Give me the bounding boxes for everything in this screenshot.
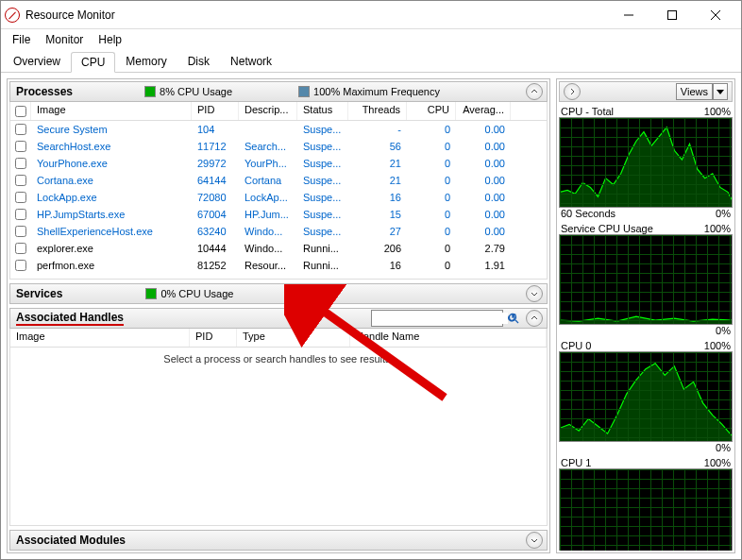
table-row[interactable]: HP.JumpStarts.exe67004HP.Jum... Suspe...… bbox=[10, 206, 547, 223]
close-button[interactable] bbox=[694, 1, 737, 29]
titlebar: Resource Monitor bbox=[1, 1, 741, 29]
max-freq-label: 100% Maximum Frequency bbox=[313, 86, 440, 97]
cpu-usage-label: 8% CPU Usage bbox=[160, 86, 232, 97]
handles-body: Select a process or search handles to se… bbox=[9, 348, 548, 526]
row-checkbox[interactable] bbox=[15, 158, 26, 169]
cpu-usage-icon bbox=[144, 86, 156, 97]
maximize-button[interactable] bbox=[650, 1, 694, 29]
row-checkbox[interactable] bbox=[15, 209, 26, 220]
services-title: Services bbox=[10, 287, 68, 300]
table-row[interactable]: perfmon.exe81252Resour... Runni...1601.9… bbox=[10, 257, 547, 274]
tab-memory[interactable]: Memory bbox=[115, 51, 177, 72]
tab-disk[interactable]: Disk bbox=[177, 51, 220, 72]
tab-network[interactable]: Network bbox=[220, 51, 282, 72]
col-status[interactable]: Status bbox=[297, 102, 348, 120]
collapse-icon[interactable] bbox=[526, 83, 543, 100]
table-row[interactable]: explorer.exe10444Windo... Runni...20602.… bbox=[10, 240, 547, 257]
processes-title: Processes bbox=[10, 85, 78, 98]
menu-help[interactable]: Help bbox=[93, 31, 127, 48]
col-average[interactable]: Averag... bbox=[456, 102, 511, 120]
graph-cpu-0: CPU 0100% 0% bbox=[559, 340, 733, 453]
col-image[interactable]: Image bbox=[31, 102, 192, 120]
table-row[interactable]: LockApp.exe72080LockAp... Suspe...1600.0… bbox=[10, 189, 547, 206]
handles-hint: Select a process or search handles to se… bbox=[10, 348, 547, 370]
minimize-button[interactable] bbox=[607, 1, 650, 29]
row-checkbox[interactable] bbox=[15, 175, 26, 186]
modules-title: Associated Modules bbox=[10, 534, 131, 547]
expand-icon[interactable] bbox=[526, 285, 543, 302]
col-handle-name[interactable]: Handle Name bbox=[350, 329, 547, 347]
window-title: Resource Monitor bbox=[25, 8, 607, 22]
row-checkbox[interactable] bbox=[15, 260, 26, 271]
graph-cpu-1: CPU 1100% 0% bbox=[559, 457, 733, 551]
collapse-graphs-icon[interactable] bbox=[564, 83, 581, 100]
max-freq-icon bbox=[298, 86, 310, 97]
svg-rect-1 bbox=[668, 10, 677, 19]
table-row[interactable]: ShellExperienceHost.exe63240Windo... Sus… bbox=[10, 223, 547, 240]
col-pid[interactable]: PID bbox=[190, 329, 237, 347]
col-description[interactable]: Descrip... bbox=[239, 102, 297, 120]
table-row[interactable]: SearchHost.exe11712Search... Suspe...560… bbox=[10, 138, 547, 155]
row-checkbox[interactable] bbox=[15, 141, 26, 152]
row-checkbox[interactable] bbox=[15, 124, 26, 135]
graph-service-cpu-usage: Service CPU Usage100% 0% bbox=[559, 223, 733, 336]
tab-cpu[interactable]: CPU bbox=[71, 52, 115, 73]
row-checkbox[interactable] bbox=[15, 192, 26, 203]
col-type[interactable]: Type bbox=[237, 329, 350, 347]
svg-marker-6 bbox=[717, 90, 724, 94]
handles-search[interactable] bbox=[371, 310, 503, 327]
col-pid[interactable]: PID bbox=[192, 102, 239, 120]
graphs-header: Views bbox=[559, 81, 733, 102]
handles-columns: Image PID Type Handle Name bbox=[9, 329, 548, 348]
svc-cpu-label: 0% CPU Usage bbox=[160, 288, 233, 299]
graphs-container: CPU - Total100% 60 Seconds0%Service CPU … bbox=[559, 102, 733, 551]
table-row[interactable]: YourPhone.exe29972YourPh... Suspe...2100… bbox=[10, 155, 547, 172]
collapse-icon[interactable] bbox=[526, 310, 543, 327]
handles-search-input[interactable] bbox=[372, 313, 508, 324]
graph-cpu-total: CPU - Total100% 60 Seconds0% bbox=[559, 106, 733, 219]
tab-overview[interactable]: Overview bbox=[3, 51, 71, 72]
svc-cpu-icon bbox=[145, 288, 157, 299]
expand-icon[interactable] bbox=[526, 532, 543, 549]
processes-columns: Image PID Descrip... Status Threads CPU … bbox=[9, 102, 548, 121]
handles-title: Associated Handles bbox=[16, 311, 124, 326]
col-threads[interactable]: Threads bbox=[348, 102, 407, 120]
handles-header[interactable]: Associated Handles ↺ bbox=[9, 308, 548, 329]
table-row[interactable]: Cortana.exe64144Cortana Suspe...2100.00 bbox=[10, 172, 547, 189]
row-checkbox[interactable] bbox=[15, 226, 26, 237]
menu-file[interactable]: File bbox=[7, 31, 36, 48]
tabs: Overview CPU Memory Disk Network bbox=[1, 50, 741, 73]
table-row[interactable]: Secure System104 Suspe...-00.00 bbox=[10, 121, 547, 138]
select-all-checkbox[interactable] bbox=[15, 106, 26, 117]
menubar: File Monitor Help bbox=[1, 29, 741, 50]
views-button[interactable]: Views bbox=[676, 83, 713, 100]
row-checkbox[interactable] bbox=[15, 243, 26, 254]
col-image[interactable]: Image bbox=[10, 329, 190, 347]
views-dropdown[interactable] bbox=[713, 83, 728, 100]
processes-header[interactable]: Processes 8% CPU Usage 100% Maximum Freq… bbox=[9, 81, 548, 102]
modules-header[interactable]: Associated Modules bbox=[9, 530, 548, 551]
col-cpu[interactable]: CPU bbox=[407, 102, 456, 120]
processes-list[interactable]: Secure System104 Suspe...-00.00 SearchHo… bbox=[9, 121, 548, 280]
menu-monitor[interactable]: Monitor bbox=[40, 31, 89, 48]
refresh-icon[interactable]: ↺ bbox=[507, 312, 522, 325]
app-icon bbox=[5, 8, 20, 23]
services-header[interactable]: Services 0% CPU Usage bbox=[9, 283, 548, 304]
